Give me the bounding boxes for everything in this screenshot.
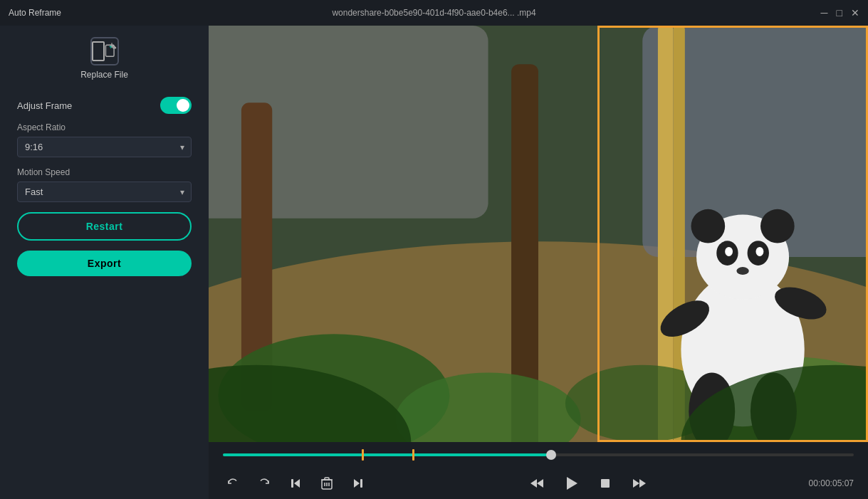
aspect-ratio-wrapper: 9:16 16:9 1:1 4:3 3:4 (17, 137, 192, 157)
timeline-thumb[interactable] (546, 450, 556, 460)
motion-speed-select[interactable]: Slow Normal Fast (17, 182, 192, 202)
window-controls: ─ □ ✕ (788, 8, 859, 18)
svg-rect-0 (106, 45, 115, 56)
svg-rect-45 (601, 479, 610, 488)
undo-button[interactable] (223, 473, 243, 493)
aspect-ratio-select[interactable]: 9:16 16:9 1:1 4:3 3:4 (17, 137, 192, 157)
restart-button[interactable]: Restart (17, 212, 192, 241)
timeline-out-marker (412, 449, 414, 461)
svg-marker-46 (633, 479, 639, 488)
adjust-frame-label: Adjust Frame (17, 100, 72, 111)
stop-button[interactable] (595, 473, 615, 493)
minimize-button[interactable]: ─ (821, 8, 828, 18)
video-background (209, 26, 868, 442)
reframe-box (597, 26, 868, 442)
timestamp-display: 00:00:05:07 (809, 478, 854, 488)
replace-file-icon: + (90, 37, 119, 65)
svg-rect-40 (360, 479, 362, 488)
step-back-button[interactable] (527, 473, 547, 493)
export-button[interactable]: Export (17, 251, 192, 276)
svg-marker-33 (294, 479, 300, 488)
svg-marker-47 (639, 479, 646, 488)
main-layout: + Replace File Adjust Frame Aspect Ratio… (0, 26, 868, 499)
svg-text:+: + (109, 43, 113, 51)
adjust-frame-row: Adjust Frame (17, 97, 192, 114)
motion-speed-wrapper: Slow Normal Fast (17, 182, 192, 202)
svg-rect-32 (291, 479, 293, 488)
timestamp: 00:00:05:07 (809, 478, 854, 488)
sidebar: + Replace File Adjust Frame Aspect Ratio… (0, 26, 209, 499)
file-title: wondershare-b0be5e90-401d-4f90-aae0-b4e6… (80, 8, 788, 18)
timeline-in-marker (362, 449, 364, 461)
svg-marker-44 (567, 477, 577, 490)
replace-file-button[interactable]: + Replace File (17, 37, 192, 80)
app-title: Auto Reframe (9, 8, 80, 18)
titlebar: Auto Reframe wondershare-b0be5e90-401d-4… (0, 0, 868, 26)
close-button[interactable]: ✕ (851, 8, 859, 18)
left-controls (223, 473, 368, 493)
svg-marker-41 (354, 479, 360, 488)
maximize-button[interactable]: □ (837, 8, 842, 18)
step-forward-button[interactable] (629, 473, 649, 493)
play-button[interactable] (561, 473, 581, 493)
center-controls (368, 473, 809, 493)
timeline-progress (223, 453, 551, 456)
video-area: 00:00:05:07 (209, 26, 868, 499)
replace-file-label: Replace File (80, 70, 128, 80)
redo-button[interactable] (254, 473, 274, 493)
playback-row: 00:00:05:07 (223, 468, 854, 499)
timeline-row (223, 442, 854, 468)
video-canvas (209, 26, 868, 442)
adjust-frame-toggle[interactable] (160, 97, 192, 114)
motion-speed-label: Motion Speed (17, 167, 192, 177)
timeline-track[interactable] (223, 453, 854, 456)
next-frame-button[interactable] (348, 473, 368, 493)
aspect-ratio-label: Aspect Ratio (17, 122, 192, 132)
delete-button[interactable] (317, 473, 337, 493)
prev-frame-button[interactable] (286, 473, 305, 493)
svg-marker-42 (537, 479, 543, 488)
controls-bar: 00:00:05:07 (209, 442, 868, 499)
svg-marker-43 (530, 479, 537, 488)
svg-rect-36 (325, 478, 329, 480)
